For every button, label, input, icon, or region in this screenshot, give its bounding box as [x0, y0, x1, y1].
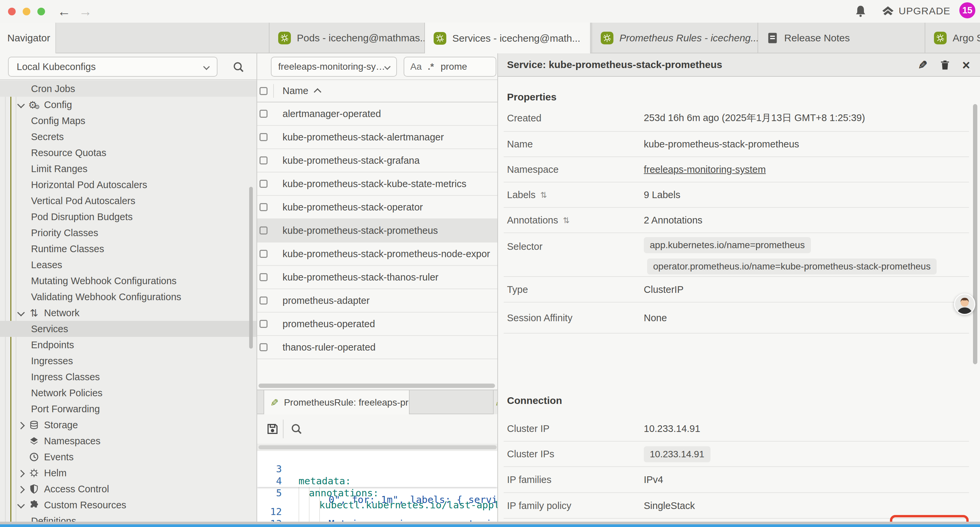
bell-icon[interactable] — [854, 5, 867, 18]
selector-chip: app.kubernetes.io/name=prometheus — [644, 237, 811, 253]
tab-argo[interactable]: Argo Se — [924, 23, 980, 53]
sidebar-group-network[interactable]: ⇅ Network — [0, 305, 256, 321]
sidebar-group-custom-resources[interactable]: Custom Resources — [0, 497, 256, 513]
tab-prometheus-rules[interactable]: Prometheus Rules - icecheng... — [592, 23, 757, 53]
editor-toolbar — [257, 414, 497, 444]
clock-icon — [27, 452, 41, 462]
sidebar-group-helm[interactable]: Helm — [0, 465, 256, 481]
table-row[interactable]: kube-prometheus-stack-grafana — [257, 149, 497, 172]
table-row[interactable]: kube-prometheus-stack-prometheus-node-ex… — [257, 242, 497, 266]
annotations-value: 2 Annotations — [644, 215, 703, 226]
editor-tab-partial[interactable]: ✎ — [493, 390, 498, 415]
layers-icon — [27, 436, 41, 446]
row-checkbox[interactable] — [259, 156, 267, 164]
editor-horizontal-scrollbar[interactable] — [257, 444, 497, 451]
column-header-name[interactable]: Name — [283, 85, 320, 96]
row-checkbox[interactable] — [259, 203, 267, 211]
row-checkbox[interactable] — [259, 180, 267, 188]
row-checkbox[interactable] — [259, 320, 267, 328]
zoom-window-button[interactable] — [37, 8, 45, 15]
tab-services-active[interactable]: Services - icecheng@math... × — [424, 23, 591, 54]
minimize-window-button[interactable] — [23, 8, 30, 15]
editor-search-icon[interactable] — [289, 422, 304, 436]
yaml-editor[interactable]: 0", for: 1m", labels: { service: 12 Metr… — [257, 451, 497, 527]
sidebar-group-access-control[interactable]: Access Control — [0, 481, 256, 497]
table-row-selected[interactable]: kube-prometheus-stack-prometheus — [257, 219, 497, 242]
delete-trash-icon[interactable] — [939, 59, 951, 71]
sidebar-item-services[interactable]: Services — [0, 321, 256, 337]
table-row[interactable]: kube-prometheus-stack-thanos-ruler — [257, 266, 497, 289]
table-row[interactable]: prometheus-adapter — [257, 289, 497, 312]
navigator-tab[interactable]: Navigator — [0, 23, 56, 53]
back-arrow-icon[interactable]: ← — [57, 3, 71, 19]
created-value: 253d 16h 6m ago (2025年1月13日 GMT+8 1:25:3… — [644, 111, 865, 125]
search-icon[interactable] — [232, 61, 245, 73]
sidebar-item-limit-ranges[interactable]: Limit Ranges — [0, 161, 256, 177]
sidebar-item-port-forwarding[interactable]: Port Forwarding — [0, 401, 256, 417]
sidebar-item-priority-classes[interactable]: Priority Classes — [0, 225, 256, 241]
upgrade-icon[interactable] — [881, 5, 895, 18]
sidebar-item-namespaces[interactable]: Namespaces — [0, 433, 256, 449]
horizontal-scrollbar[interactable] — [259, 384, 495, 388]
sidebar-item-mutating-webhook-configurations[interactable]: Mutating Webhook Configurations — [0, 273, 256, 289]
sidebar-item-endpoints[interactable]: Endpoints — [0, 337, 256, 353]
sidebar-item-leases[interactable]: Leases — [0, 257, 256, 273]
sidebar-item-ingress-classes[interactable]: Ingress Classes — [0, 369, 256, 385]
save-icon[interactable] — [265, 422, 280, 436]
sidebar-item-cron-jobs[interactable]: Cron Jobs — [0, 81, 256, 97]
sidebar-group-config[interactable]: ⚙⚙ Config — [0, 97, 256, 113]
select-all-checkbox[interactable] — [259, 87, 267, 95]
row-checkbox[interactable] — [259, 110, 267, 118]
table-row[interactable]: alertmanager-operated — [257, 102, 497, 126]
expand-collapse-icon[interactable]: ⇅ — [563, 215, 570, 225]
row-checkbox[interactable] — [259, 296, 267, 304]
row-checkbox[interactable] — [259, 226, 267, 234]
detail-scrollbar[interactable] — [973, 104, 977, 364]
table-row[interactable]: prometheus-operated — [257, 312, 497, 336]
row-checkbox[interactable] — [259, 343, 267, 351]
table-row[interactable]: thanos-ruler-operated — [257, 336, 497, 359]
sidebar-item-network-policies[interactable]: Network Policies — [0, 385, 256, 401]
tab-release-notes[interactable]: Release Notes — [757, 23, 924, 53]
sidebar-item-secrets[interactable]: Secrets — [0, 129, 256, 145]
sidebar-group-storage[interactable]: Storage — [0, 417, 256, 433]
notification-badge[interactable]: 15 — [959, 2, 975, 18]
sidebar-item-resource-quotas[interactable]: Resource Quotas — [0, 145, 256, 161]
table-row[interactable]: kube-prometheus-stack-operator — [257, 196, 497, 219]
sidebar-item-ingresses[interactable]: Ingresses — [0, 353, 256, 369]
ip-families-value: IPv4 — [644, 474, 663, 485]
sidebar-item-horizontal-pod-autoscalers[interactable]: Horizontal Pod Autoscalers — [0, 177, 256, 193]
match-case-toggle[interactable]: Aa — [410, 61, 422, 72]
type-value: ClusterIP — [644, 284, 684, 295]
row-checkbox[interactable] — [259, 250, 267, 258]
namespace-selector[interactable]: freeleaps-monitoring-system — [271, 57, 397, 77]
forward-arrow-icon[interactable]: → — [79, 3, 92, 19]
chevron-down-icon — [18, 309, 25, 316]
row-checkbox[interactable] — [259, 273, 267, 281]
upgrade-button[interactable]: UPGRADE — [899, 5, 950, 17]
sidebar-item-config-maps[interactable]: Config Maps — [0, 113, 256, 129]
kubeconfig-selector[interactable]: Local Kubeconfigs — [8, 57, 218, 77]
sidebar-scrollbar[interactable] — [249, 187, 253, 349]
sidebar-item-runtime-classes[interactable]: Runtime Classes — [0, 241, 256, 257]
user-avatar[interactable] — [954, 293, 975, 315]
sidebar-item-vertical-pod-autoscalers[interactable]: Vertical Pod Autoscalers — [0, 193, 256, 209]
table-row[interactable]: kube-prometheus-stack-alertmanager — [257, 126, 497, 149]
row-checkbox[interactable] — [259, 133, 267, 141]
regex-toggle[interactable]: .* — [428, 61, 434, 72]
sidebar-item-pod-disruption-budgets[interactable]: Pod Disruption Budgets — [0, 209, 256, 225]
sidebar-item-validating-webhook-configurations[interactable]: Validating Webhook Configurations — [0, 289, 256, 305]
table-row[interactable]: kube-prometheus-stack-kube-state-metrics — [257, 172, 497, 196]
expand-collapse-icon[interactable]: ⇅ — [540, 190, 547, 199]
edit-icon[interactable]: ✎ — [918, 58, 928, 72]
close-panel-icon[interactable]: × — [963, 58, 970, 72]
close-window-button[interactable] — [8, 8, 16, 15]
filter-box[interactable]: Aa .* — [404, 57, 496, 77]
namespace-link[interactable]: freeleaps-monitoring-system — [644, 164, 766, 175]
filter-input[interactable] — [440, 61, 480, 72]
detail-panel: Service: kube-prometheus-stack-prometheu… — [498, 53, 980, 527]
tab-pods[interactable]: Pods - icecheng@mathmas... — [269, 23, 424, 53]
editor-tab-prometheusrule[interactable]: ✎ PrometheusRule: freeleaps-prod-rabbitm… — [264, 390, 410, 415]
sidebar-item-events[interactable]: Events — [0, 449, 256, 465]
edit-pencil-icon: ✎ — [495, 397, 498, 409]
